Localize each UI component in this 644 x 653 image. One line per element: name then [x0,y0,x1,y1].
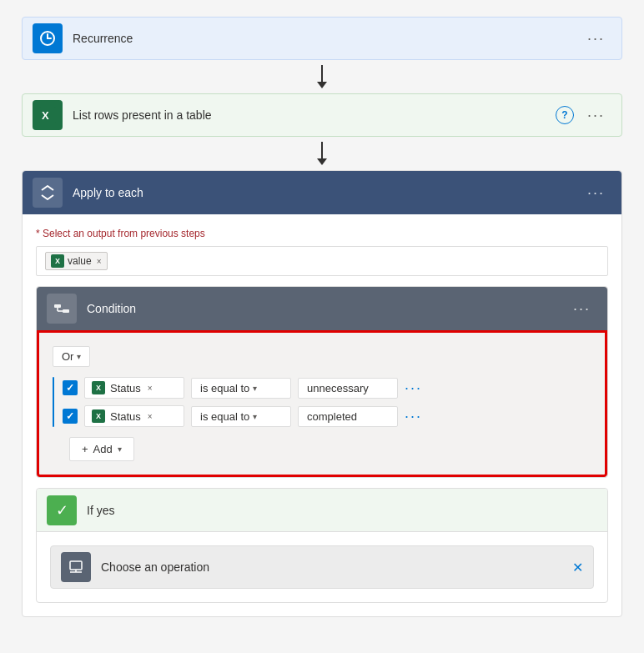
operator-2-label: is equal to [200,410,249,423]
add-chevron: ▾ [118,445,122,454]
operator-2[interactable]: is equal to ▾ [191,406,291,427]
condition-header: Condition ··· [37,287,607,330]
recurrence-more[interactable]: ··· [581,27,611,51]
operator-1[interactable]: is equal to ▾ [191,378,291,399]
field-excel-icon-1: X [92,381,105,394]
arrow-2 [317,137,327,170]
if-yes-container: ✓ If yes Choose an operation [36,488,608,603]
svg-rect-7 [70,561,82,570]
excel-icon: X [33,100,63,130]
apply-each-more[interactable]: ··· [581,181,611,205]
checkbox-2[interactable] [63,409,78,424]
choose-op: Choose an operation ✕ [50,545,594,589]
operator-2-chevron: ▾ [253,412,257,421]
condition-icon [47,294,77,324]
if-yes-header: ✓ If yes [37,489,607,532]
tag-close[interactable]: × [97,257,102,266]
value-2-text: completed [307,410,357,423]
value-1-text: unnecessary [307,382,369,394]
if-yes-icon: ✓ [47,495,77,525]
help-icon[interactable]: ? [556,106,574,124]
condition-rows: X Status × is equal to ▾ unnecessary [63,377,422,427]
list-rows-step: X List rows present in a table ? ··· [22,93,622,137]
value-tag-label: value [68,255,92,267]
or-chevron: ▾ [77,352,81,361]
field-1-close[interactable]: × [148,384,153,393]
field-excel-icon-2: X [92,409,105,423]
field-2-label: Status [110,410,141,423]
row-1-more[interactable]: ··· [405,379,422,397]
or-button[interactable]: Or ▾ [53,346,90,367]
recurrence-title: Recurrence [73,32,581,45]
flow-container: Recurrence ··· X List rows present in a … [22,17,622,617]
recurrence-icon [33,23,63,53]
apply-each-container: Apply to each ··· * Select an output fro… [22,170,622,617]
svg-text:X: X [42,109,49,122]
condition-row-2: X Status × is equal to ▾ completed [63,405,422,427]
list-rows-title: List rows present in a table [73,108,556,122]
condition-rows-wrapper: X Status × is equal to ▾ unnecessary [53,377,591,427]
tag-excel-icon: X [51,254,64,268]
apply-each-body: * Select an output from previous steps X… [23,214,621,616]
choose-op-close[interactable]: ✕ [572,560,583,575]
value-1[interactable]: unnecessary [298,378,398,399]
recurrence-step: Recurrence ··· [22,17,622,60]
field-2-close[interactable]: × [148,412,153,421]
arrow-1 [317,60,327,93]
choose-op-title: Choose an operation [101,560,572,574]
or-label: Or [62,350,73,363]
add-button[interactable]: + Add ▾ [69,437,134,461]
condition-more[interactable]: ··· [566,297,597,321]
row-2-more[interactable]: ··· [405,408,422,425]
operator-1-label: is equal to [200,382,249,394]
select-output-label: * Select an output from previous steps [36,228,608,239]
apply-each-title: Apply to each [73,186,581,199]
if-yes-title: If yes [87,504,597,517]
field-1-label: Status [110,382,141,394]
condition-container: Condition ··· Or ▾ [36,286,608,478]
list-rows-more[interactable]: ··· [581,103,611,128]
value-tag: X value × [45,252,108,270]
apply-each-icon [33,178,63,208]
condition-title: Condition [87,302,566,315]
svg-rect-3 [54,304,61,308]
value-tag-container[interactable]: X value × [36,246,608,276]
condition-row-1: X Status × is equal to ▾ unnecessary [63,377,422,399]
condition-body: Or ▾ X Status [37,330,607,477]
svg-rect-4 [63,309,69,313]
operator-1-chevron: ▾ [253,384,257,393]
field-1[interactable]: X Status × [84,377,184,399]
field-2[interactable]: X Status × [84,405,184,427]
if-yes-body: Choose an operation ✕ [37,532,607,602]
choose-op-icon [61,552,91,582]
value-2[interactable]: completed [298,406,398,427]
apply-each-header: Apply to each ··· [23,171,621,214]
blue-connector-line [53,377,54,427]
add-plus: + [82,443,88,455]
checkbox-1[interactable] [63,380,78,395]
add-label: Add [93,443,113,455]
